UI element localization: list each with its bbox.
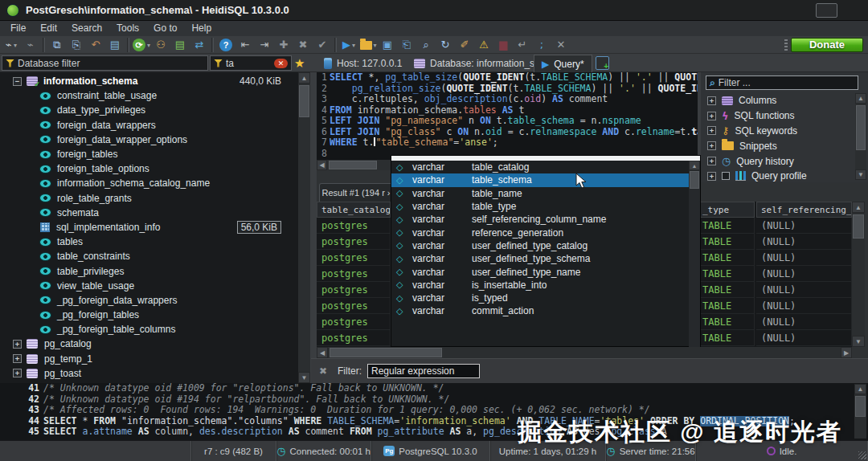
grid-filter-input[interactable]: [367, 364, 480, 378]
completion-item-table_type[interactable]: ◇varchartable_type: [391, 200, 700, 213]
stop-on-errors-button[interactable]: ⚠: [475, 37, 493, 53]
disconnect-button[interactable]: ⌁: [22, 37, 39, 53]
close-query-tab-button[interactable]: ✕: [552, 37, 570, 53]
grid-hscrollbar[interactable]: ◀ ▶: [317, 347, 852, 358]
session-manager-button[interactable]: ⌁▾: [2, 37, 20, 53]
database-filter-box[interactable]: [2, 55, 208, 71]
checkbox[interactable]: [722, 172, 730, 180]
scroll-up-icon[interactable]: ▲: [689, 161, 700, 170]
scroll-left-icon[interactable]: ◀: [317, 347, 328, 358]
close-button[interactable]: [840, 3, 862, 18]
save-query-button[interactable]: ▣: [379, 37, 396, 53]
add-record-button[interactable]: ✚: [275, 37, 293, 53]
tree-item-role_table_grants[interactable]: role_table_grants: [0, 191, 297, 206]
scroll-thumb[interactable]: [299, 85, 309, 117]
tree-item-foreign_data_wrappers[interactable]: foreign_data_wrappers: [0, 118, 297, 133]
tree-item-_pg_foreign_tables[interactable]: _pg_foreign_tables: [0, 308, 297, 322]
column-header[interactable]: _type: [698, 202, 755, 218]
refresh-button[interactable]: ⟳▾: [133, 37, 150, 53]
tree-root-information-schema[interactable]: −✓information_schema440,0 KiB: [0, 74, 297, 88]
grid-cell[interactable]: postgres: [317, 234, 391, 250]
tree-item-foreign_tables[interactable]: foreign_tables: [0, 147, 297, 161]
completion-item-table_catalog[interactable]: ◇varchartable_catalog: [391, 161, 700, 173]
scroll-thumb[interactable]: [329, 161, 377, 169]
grid-vscrollbar[interactable]: ▲ ▼: [852, 202, 865, 347]
tree-item-data_type_privileges[interactable]: data_type_privileges: [0, 103, 297, 117]
tree-item-table_constraints[interactable]: table_constraints: [0, 249, 297, 263]
export-report-button[interactable]: ▤: [171, 37, 189, 53]
open-file-button[interactable]: ▾: [359, 37, 377, 53]
grid-cell[interactable]: TABLE: [698, 250, 755, 266]
delete-record-button[interactable]: ✖: [294, 37, 312, 53]
tree-schema-pg_temp_1[interactable]: +pg_temp_1: [0, 352, 297, 366]
bind-parameters-button[interactable]: ▆: [494, 37, 512, 53]
helper-item-columns[interactable]: +Columns: [702, 93, 850, 108]
tree-item-_pg_foreign_data_wrappers[interactable]: _pg_foreign_data_wrappers: [0, 293, 297, 308]
undo-button[interactable]: ↶: [87, 37, 104, 53]
reformat-sql-button[interactable]: ✐: [456, 37, 473, 53]
set-delimiter-button[interactable]: ;: [533, 37, 551, 53]
expand-icon[interactable]: +: [13, 369, 22, 377]
completion-item-self_referencing_column_name[interactable]: ◇varcharself_referencing_column_name: [391, 213, 700, 226]
tree-item-_pg_foreign_table_columns[interactable]: _pg_foreign_table_columns: [0, 322, 297, 337]
expand-icon[interactable]: +: [707, 126, 716, 135]
log-scrollbar[interactable]: ▲: [854, 384, 866, 439]
tree-schema-pg_toast[interactable]: +pg_toast: [0, 366, 297, 381]
expand-icon[interactable]: +: [13, 354, 22, 363]
result-tab[interactable]: Result #1 (194 r ›: [319, 183, 393, 202]
grid-cell[interactable]: TABLE: [698, 314, 755, 330]
scroll-left-icon[interactable]: ◀: [317, 160, 327, 170]
tree-item-sql_implementation_info[interactable]: sql_implementation_info56,0 KiB: [0, 220, 297, 235]
grid-cell[interactable]: (NULL): [756, 218, 852, 234]
copy-button[interactable]: ⧉: [48, 37, 66, 53]
goto-last-button[interactable]: ⇥: [256, 37, 273, 53]
expand-icon[interactable]: +: [707, 157, 716, 165]
grid-cell[interactable]: (NULL): [756, 298, 852, 314]
grid-cell[interactable]: postgres: [317, 330, 391, 346]
completion-item-user_defined_type_catalog[interactable]: ◇varcharuser_defined_type_catalog: [391, 239, 700, 252]
menu-item-file[interactable]: File: [3, 21, 33, 36]
tree-item-tables[interactable]: tables: [0, 235, 297, 249]
grid-cell[interactable]: (NULL): [756, 250, 852, 266]
expand-icon[interactable]: +: [707, 96, 716, 105]
expand-icon[interactable]: +: [13, 340, 22, 349]
tree-item-foreign_table_options[interactable]: foreign_table_options: [0, 161, 297, 176]
tree-item-foreign_data_wrapper_options[interactable]: foreign_data_wrapper_options: [0, 133, 297, 147]
helper-item-sql-keywords[interactable]: +⚷SQL keywords: [702, 124, 850, 139]
menu-item-tools[interactable]: Tools: [109, 21, 146, 36]
scroll-right-icon[interactable]: ▶: [841, 347, 852, 358]
sql-editor[interactable]: 1SELECT *, pg_table_size(QUOTE_IDENT(t.T…: [317, 72, 698, 160]
grid-cell[interactable]: (NULL): [756, 314, 852, 330]
editor-hscrollbar[interactable]: ◀: [317, 160, 391, 170]
grid-cell[interactable]: (NULL): [756, 234, 852, 250]
scroll-thumb[interactable]: [690, 171, 699, 189]
tab-query[interactable]: ▶Query*: [534, 55, 592, 72]
user-manager-button[interactable]: ⚇: [152, 37, 170, 53]
replace-text-button[interactable]: ↻: [436, 37, 454, 53]
paste-button[interactable]: ⎘: [68, 37, 85, 53]
grid-cell[interactable]: (NULL): [756, 330, 852, 346]
completion-item-user_defined_type_schema[interactable]: ◇varcharuser_defined_type_schema: [391, 252, 700, 265]
completion-item-table_name[interactable]: ◇varchartable_name: [391, 187, 700, 200]
helper-filter-box[interactable]: ⌕: [706, 75, 858, 90]
table-filter-box[interactable]: ✕: [210, 55, 292, 71]
tab-host[interactable]: Host: 127.0.0.1: [317, 55, 409, 72]
tree-item-table_privileges[interactable]: table_privileges: [0, 263, 297, 278]
grid-cell[interactable]: postgres: [317, 266, 391, 282]
scroll-up-icon[interactable]: ▲: [298, 72, 310, 84]
favorites-star-icon[interactable]: ★: [294, 56, 305, 71]
collapse-icon[interactable]: −: [13, 77, 22, 86]
helper-filter-input[interactable]: [719, 77, 854, 88]
grid-cell[interactable]: postgres: [317, 314, 391, 330]
table-diff-button[interactable]: ⇄: [190, 37, 208, 53]
popup-scrollbar[interactable]: ▲: [689, 161, 700, 347]
tree-item-view_table_usage[interactable]: view_table_usage: [0, 279, 297, 293]
grid-cell[interactable]: TABLE: [698, 234, 755, 250]
help-button[interactable]: ?: [217, 37, 235, 53]
scroll-down-icon[interactable]: ▼: [855, 169, 866, 180]
scroll-thumb[interactable]: [856, 105, 866, 150]
donate-button[interactable]: Donate: [791, 38, 863, 52]
grid-cell[interactable]: TABLE: [698, 298, 755, 314]
find-text-button[interactable]: ⌕: [417, 37, 435, 53]
column-header[interactable]: table_catalog: [317, 202, 391, 218]
